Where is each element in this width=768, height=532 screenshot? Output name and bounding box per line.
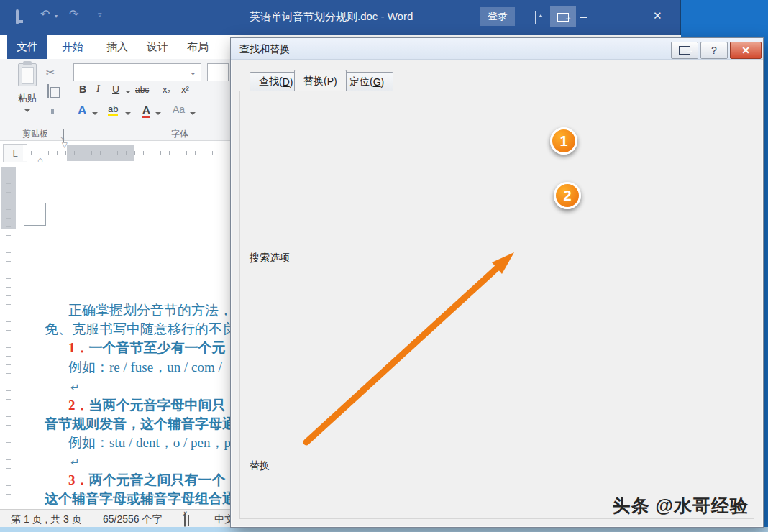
proofing-errors-icon[interactable] [184, 514, 186, 527]
desktop-strip [0, 527, 768, 532]
word-count-label[interactable]: 65/2556 个字 [103, 513, 163, 526]
page-count-label[interactable]: 第 1 页 , 共 3 页 [11, 513, 82, 526]
vertical-ruler [1, 167, 16, 508]
font-name-combo[interactable]: ⌄ [73, 63, 201, 81]
paste-caret-icon [24, 109, 30, 115]
tab-insert[interactable]: 插入 [99, 35, 135, 59]
doc-line: 1．一个音节至少有一个元 [68, 339, 226, 357]
clipboard-icon [18, 63, 37, 86]
font-color-button[interactable]: A [142, 104, 150, 116]
tab-replace[interactable]: 替换(P) [294, 70, 347, 91]
font-color-caret-icon[interactable] [155, 112, 161, 118]
replace-group-label: 替换 [250, 459, 275, 472]
change-case-button[interactable]: Aa [173, 104, 185, 115]
change-case-caret-icon[interactable] [190, 112, 196, 118]
undo-caret-icon[interactable]: ▾ [55, 14, 58, 19]
paste-button[interactable]: 粘贴 [10, 63, 45, 118]
horizontal-ruler [23, 145, 229, 161]
highlight-caret-icon[interactable] [125, 112, 131, 118]
tab-page [239, 91, 754, 519]
margin-corner-mark [45, 203, 46, 225]
doc-line: 例如：re / fuse，un / com / [68, 359, 222, 376]
redo-icon[interactable]: ↷ [69, 9, 78, 20]
paste-label: 粘贴 [10, 92, 45, 105]
tab-design[interactable]: 设计 [140, 35, 175, 59]
margin-corner-mark [24, 225, 46, 226]
tab-home[interactable]: 开始 [52, 35, 93, 59]
undo-icon[interactable]: ↶ [40, 9, 50, 20]
font-size-combo[interactable] [207, 63, 229, 81]
doc-line: 正确掌握划分音节的方法， [68, 302, 232, 319]
step-2-badge: 2 [554, 182, 581, 209]
doc-line: ↵ [70, 378, 80, 396]
minimize-button[interactable] [580, 17, 587, 18]
ruler-ticks [6, 167, 11, 508]
group-separator [68, 63, 68, 132]
doc-line: 音节规则发音，这个辅音字母通 [45, 416, 236, 433]
bold-button[interactable]: B [79, 83, 86, 95]
chevron-down-icon[interactable]: ⌄ [190, 68, 196, 77]
screenshot-tool-icon[interactable] [550, 6, 576, 27]
font-group-label: 字体 [144, 128, 216, 140]
clipboard-group-label: 剪贴板 [7, 128, 63, 140]
tab-goto[interactable]: 定位(G) [340, 72, 393, 91]
tab-layout[interactable]: 布局 [180, 35, 216, 59]
doc-line: 2．当两个元音字母中间只 [68, 397, 226, 414]
login-button[interactable]: 登录 [480, 7, 515, 26]
underline-button[interactable]: U [112, 83, 119, 95]
doc-line: ↵ [70, 453, 80, 471]
search-options-group-label: 搜索选项 [250, 252, 296, 265]
strikethrough-button[interactable]: abc [135, 85, 149, 95]
italic-button[interactable]: I [96, 83, 100, 95]
watermark-label: 头条 @水哥经验 [540, 494, 749, 518]
underline-caret-icon[interactable] [125, 91, 131, 96]
help-button[interactable]: ? [700, 42, 728, 59]
clipboard-dialog-launcher-icon[interactable] [63, 129, 64, 142]
tab-file[interactable]: 文件 [7, 35, 47, 59]
qat-chevron-icon[interactable]: ▿ [98, 11, 102, 19]
step-1-badge: 1 [550, 127, 577, 155]
cut-icon[interactable]: ✂ [46, 66, 55, 79]
subscript-button[interactable]: x₂ [163, 84, 171, 95]
text-effects-button[interactable]: A [78, 104, 86, 118]
copy-icon[interactable] [47, 84, 49, 98]
superscript-button[interactable]: x² [181, 84, 189, 95]
highlight-color-button[interactable]: ab [108, 104, 118, 114]
dialog-title: 查找和替换 [239, 43, 290, 56]
text-effects-caret-icon[interactable] [92, 112, 98, 118]
doc-line: 免、克服书写中随意移行的不良 [45, 321, 236, 338]
find-replace-dialog: 查找和替换 ? ✕ 查找(D) 替换(P) 定位(G) 查找内容(N): 选项:… [230, 37, 764, 528]
doc-line: 例如：stu / dent，o / pen，p [68, 434, 231, 451]
close-button[interactable]: ✕ [653, 10, 662, 21]
ruler-ticks [23, 151, 229, 155]
doc-line: 这个辅音字母或辅音字母组合通 [45, 490, 236, 508]
export-icon [679, 46, 690, 55]
title-bar: ↶ ▾ ↷ ▿ 英语单词音节划分规则.doc - Word 登录 ✕ [0, 0, 680, 35]
maximize-button[interactable] [616, 12, 623, 19]
window-title: 英语单词音节划分规则.doc - Word [250, 10, 413, 24]
dialog-close-button[interactable]: ✕ [730, 42, 762, 59]
dialog-context-button[interactable] [671, 42, 698, 59]
save-icon[interactable] [16, 11, 19, 24]
doc-line: 3．两个元音之间只有一个 [68, 472, 226, 489]
ribbon-display-options-icon[interactable] [535, 11, 536, 24]
first-line-indent-marker[interactable]: ▽ [62, 142, 68, 149]
